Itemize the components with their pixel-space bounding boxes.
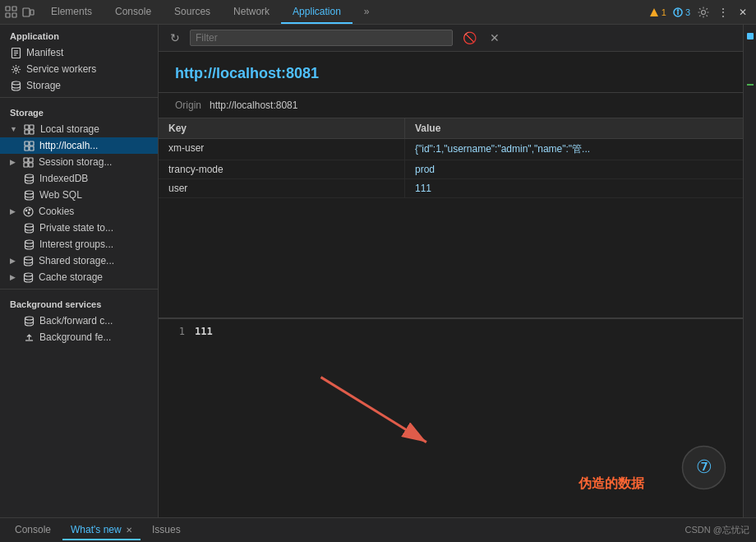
storage-table: Key Value xm-user {"id":1,"username":"ad…: [159, 118, 743, 317]
minimap-indicator: [747, 84, 754, 86]
svg-text:⑦: ⑦: [696, 456, 712, 477]
background-fetch-label: Background fe...: [39, 331, 111, 343]
service-worker-label: Service workers: [26, 63, 96, 75]
settings-icon[interactable]: [697, 6, 710, 19]
sidebar-item-private-state[interactable]: Private state to...: [0, 220, 158, 236]
tab-network[interactable]: Network: [222, 0, 281, 24]
table-row[interactable]: user 111: [159, 179, 743, 198]
svg-rect-0: [6, 7, 10, 11]
chevron-right-cache-icon: ▶: [10, 273, 16, 281]
chevron-right-icon: ▶: [10, 158, 16, 166]
sidebar-item-service-worker[interactable]: Service workers: [0, 61, 158, 77]
sidebar-item-interest-groups[interactable]: Interest groups...: [0, 236, 158, 252]
sidebar-item-indexeddb[interactable]: IndexedDB: [0, 170, 158, 187]
panel-url: http://localhost:8081: [159, 52, 743, 93]
tab-list: Elements Console Sources Network Applica…: [39, 0, 643, 24]
more-icon[interactable]: ⋮: [717, 6, 730, 19]
refresh-button[interactable]: ↻: [167, 31, 183, 44]
db-icon-interest: [23, 239, 35, 250]
sidebar-item-local-storage-url[interactable]: http://localh...: [0, 137, 158, 154]
filter-input[interactable]: [196, 32, 447, 44]
value-content: 111: [195, 326, 213, 378]
close-filter-button[interactable]: ✕: [486, 31, 503, 44]
storage-label: Storage: [26, 80, 61, 91]
chevron-right-cookies-icon: ▶: [10, 207, 16, 215]
session-storage-label: Session storag...: [39, 156, 112, 168]
svg-point-15: [14, 67, 17, 71]
background-section-header: Background services: [0, 293, 158, 313]
svg-rect-20: [30, 130, 34, 134]
svg-point-39: [25, 317, 33, 320]
svg-point-33: [29, 209, 30, 211]
svg-rect-5: [30, 10, 34, 15]
th-key: Key: [159, 118, 405, 138]
sidebar-item-session-storage[interactable]: ▶ Session storag...: [0, 154, 158, 170]
sidebar-item-web-sql[interactable]: Web SQL: [0, 187, 158, 203]
line-number: 1: [168, 326, 185, 378]
row-key-1: trancy-mode: [159, 160, 405, 178]
chevron-down-icon: ▼: [10, 125, 17, 133]
device-icon[interactable]: [21, 6, 35, 19]
tab-sources[interactable]: Sources: [163, 0, 222, 24]
table-row[interactable]: trancy-mode prod: [159, 160, 743, 179]
back-forward-label: Back/forward c...: [39, 315, 113, 327]
clear-filter-button[interactable]: 🚫: [459, 31, 480, 44]
origin-label: Origin: [175, 100, 201, 111]
svg-point-34: [28, 212, 30, 214]
svg-rect-25: [24, 158, 28, 162]
right-edge: [743, 25, 756, 517]
logo-icon: ⑦: [681, 445, 726, 490]
bottom-tab-issues[interactable]: Issues: [144, 521, 189, 540]
value-annotation-area: 1 111 伪造的数据: [159, 317, 743, 517]
grid-icon-url: [23, 140, 35, 151]
svg-point-38: [24, 273, 32, 276]
local-storage-label: Local storage: [40, 123, 99, 135]
filter-bar: ↻ 🚫 ✕: [159, 25, 743, 52]
row-value-2: 111: [405, 179, 743, 197]
warn-badge[interactable]: 1: [649, 7, 666, 17]
sidebar-item-local-storage[interactable]: ▼ Local storage: [0, 121, 158, 137]
sidebar-item-cookies[interactable]: ▶ Cookies: [0, 203, 158, 220]
tab-console[interactable]: Console: [104, 0, 163, 24]
row-key-0: xm-user: [159, 139, 405, 160]
inspect-icon[interactable]: [5, 6, 18, 19]
upload-icon: [23, 331, 35, 343]
row-value-1: prod: [405, 160, 743, 178]
svg-rect-2: [12, 7, 16, 11]
table-body: xm-user {"id":1,"username":"admin","name…: [159, 139, 743, 317]
sidebar-item-cache-storage[interactable]: ▶ Cache storage: [0, 269, 158, 285]
close-whats-new-button[interactable]: ✕: [126, 526, 132, 535]
cookie-icon: [22, 206, 34, 217]
th-value: Value: [405, 118, 743, 138]
bottom-tab-console[interactable]: Console: [7, 521, 59, 540]
svg-point-36: [25, 240, 33, 243]
info-badge[interactable]: 3: [673, 7, 690, 17]
svg-point-30: [25, 191, 33, 194]
db-icon-websql: [23, 189, 35, 201]
storage-section-header: Storage: [0, 101, 158, 121]
cache-storage-label: Cache storage: [39, 271, 103, 283]
content-panel: ↻ 🚫 ✕ http://localhost:8081 Origin http:…: [159, 25, 743, 517]
svg-rect-3: [12, 13, 16, 17]
bottom-right-text: CSDN @忘忧记: [685, 524, 749, 536]
svg-point-37: [24, 257, 32, 260]
sidebar-item-background-fetch[interactable]: Background fe...: [0, 329, 158, 345]
sidebar-item-shared-storage[interactable]: ▶ Shared storage...: [0, 252, 158, 269]
svg-rect-19: [25, 130, 29, 134]
svg-rect-21: [25, 141, 29, 146]
tab-application[interactable]: Application: [281, 0, 353, 24]
table-row[interactable]: xm-user {"id":1,"username":"admin","name…: [159, 139, 743, 160]
close-icon[interactable]: ✕: [736, 6, 749, 19]
tab-elements[interactable]: Elements: [39, 0, 104, 24]
tab-more[interactable]: »: [353, 0, 381, 24]
origin-value: http://localhost:8081: [210, 100, 297, 111]
storage-panel: http://localhost:8081 Origin http://loca…: [159, 52, 743, 517]
svg-rect-17: [25, 125, 29, 129]
sidebar-item-back-forward[interactable]: Back/forward c...: [0, 313, 158, 329]
sidebar-item-storage[interactable]: Storage: [0, 77, 158, 94]
sidebar-item-manifest[interactable]: Manifest: [0, 44, 158, 61]
minimap-bar: [747, 33, 754, 39]
svg-rect-22: [30, 141, 34, 146]
shared-storage-label: Shared storage...: [39, 255, 114, 266]
bottom-tab-whats-new[interactable]: What's new ✕: [62, 521, 141, 540]
